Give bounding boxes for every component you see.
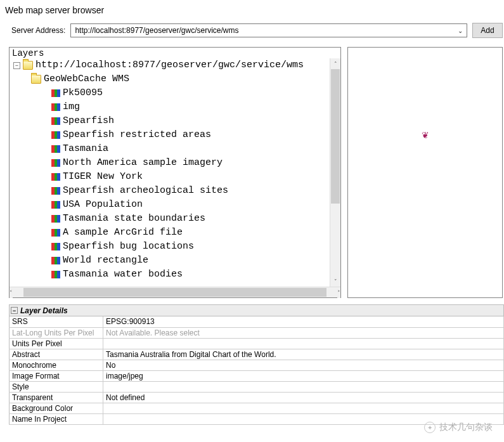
tree-label: http://localhost:8977/geoserver/gwc/serv… [36, 58, 304, 72]
property-row[interactable]: Units Per Pixel [10, 338, 504, 349]
layer-icon [51, 215, 60, 223]
tree-node[interactable]: North America sample imagery [11, 156, 340, 170]
property-key: SRS [10, 316, 103, 327]
properties-table: SRSEPSG:900913Lat-Long Units Per PixelNo… [9, 316, 504, 425]
tree-label: Tasmania state boundaries [63, 212, 205, 226]
layer-details-panel: − Layer Details SRSEPSG:900913Lat-Long U… [9, 304, 504, 425]
scroll-right-icon[interactable]: ˃ [337, 287, 340, 298]
layer-icon [51, 159, 60, 167]
collapse-icon[interactable]: − [11, 307, 18, 314]
tree-label: Pk50095 [63, 86, 103, 100]
layer-icon [51, 173, 60, 181]
tree-label: Tasmania [63, 142, 108, 156]
layer-icon [51, 229, 60, 237]
property-value: EPSG:900913 [103, 316, 504, 327]
tree-node[interactable]: Pk50095 [11, 86, 340, 100]
property-key: Lat-Long Units Per Pixel [10, 327, 103, 338]
tree-node[interactable]: Tasmania water bodies [11, 268, 340, 282]
wechat-icon: ✦ [424, 422, 436, 433]
property-value: Tasmania Australia from Digital Chart of… [103, 349, 504, 360]
tree-node[interactable]: Tasmania [11, 142, 340, 156]
property-row[interactable]: MonochromeNo [10, 360, 504, 370]
folder-icon [23, 61, 33, 70]
property-row[interactable]: Style [10, 381, 504, 392]
property-key: Monochrome [10, 360, 103, 370]
layer-icon [51, 271, 60, 278]
preview-panel: ❦ [347, 47, 503, 298]
layer-details-header[interactable]: − Layer Details [9, 305, 504, 316]
property-key: Abstract [10, 349, 103, 360]
tree-label: Spearfish bug locations [63, 240, 194, 254]
address-combobox[interactable]: http://localhost:8977/geoserver/gwc/serv… [70, 23, 467, 37]
tree-label: North America sample imagery [63, 156, 223, 170]
layer-icon [51, 243, 60, 250]
tree-node[interactable]: World rectangle [11, 254, 340, 268]
property-row[interactable]: Image Formatimage/jpeg [10, 370, 504, 381]
loading-icon: ❦ [422, 130, 429, 140]
layer-icon [51, 131, 60, 139]
tree-label: img [63, 100, 80, 114]
tree-node[interactable]: GeoWebCache WMS [11, 72, 340, 86]
property-row[interactable]: SRSEPSG:900913 [10, 316, 504, 327]
address-label: Server Address: [11, 26, 65, 35]
property-value: Not defined [103, 392, 504, 403]
layer-details-title: Layer Details [20, 306, 68, 315]
scroll-thumb[interactable] [23, 288, 326, 297]
collapse-icon[interactable]: − [13, 62, 20, 69]
tree-node[interactable]: USA Population [11, 198, 340, 212]
scroll-down-icon[interactable]: ˅ [330, 276, 340, 287]
property-value: Not Available. Please select [103, 327, 504, 338]
tree-label: Tasmania water bodies [63, 268, 183, 282]
tree-label: Spearfish restricted areas [63, 128, 211, 142]
tree-node[interactable]: TIGER New York [11, 170, 340, 184]
layers-header: Layers [10, 48, 340, 58]
layer-tree[interactable]: −http://localhost:8977/geoserver/gwc/ser… [10, 58, 340, 284]
tree-node[interactable]: Spearfish archeological sites [11, 184, 340, 198]
tree-node[interactable]: Spearfish restricted areas [11, 128, 340, 142]
property-row[interactable]: Lat-Long Units Per PixelNot Available. P… [10, 327, 504, 338]
property-row[interactable]: Background Color [10, 403, 504, 413]
property-key: Background Color [10, 403, 103, 413]
watermark: ✦ 技术几句杂谈 [424, 422, 493, 433]
property-key: Style [10, 381, 103, 392]
property-key: Image Format [10, 370, 103, 381]
tree-label: World rectangle [63, 254, 148, 268]
horizontal-scrollbar[interactable]: ˂ ˃ [10, 287, 340, 297]
layer-icon [51, 201, 60, 209]
tree-node[interactable]: −http://localhost:8977/geoserver/gwc/ser… [11, 58, 340, 72]
folder-icon [31, 75, 41, 84]
property-row[interactable]: AbstractTasmania Australia from Digital … [10, 349, 504, 360]
chevron-down-icon[interactable]: ⌄ [455, 25, 465, 36]
layer-icon [51, 117, 60, 125]
watermark-text: 技术几句杂谈 [439, 422, 493, 433]
scroll-thumb[interactable] [331, 69, 340, 204]
tree-label: TIGER New York [63, 170, 143, 184]
layer-icon [51, 145, 60, 153]
tree-node[interactable]: Tasmania state boundaries [11, 212, 340, 226]
property-value [103, 403, 504, 413]
tree-label: GeoWebCache WMS [44, 72, 129, 86]
property-value [103, 381, 504, 392]
tree-node[interactable]: Spearfish bug locations [11, 240, 340, 254]
layer-icon [51, 187, 60, 195]
property-row[interactable]: TransparentNot defined [10, 392, 504, 403]
vertical-scrollbar[interactable]: ˄ ˅ [330, 58, 340, 287]
tree-node[interactable]: img [11, 100, 340, 114]
property-key: Transparent [10, 392, 103, 403]
add-button[interactable]: Add [472, 23, 503, 38]
layer-icon [51, 103, 60, 111]
tree-label: USA Population [63, 198, 143, 212]
property-key: Units Per Pixel [10, 338, 103, 349]
tree-node[interactable]: Spearfish [11, 114, 340, 128]
address-bar: Server Address: http://localhost:8977/ge… [0, 23, 504, 47]
tree-label: Spearfish archeological sites [63, 184, 228, 198]
layer-icon [51, 257, 60, 264]
window-title: Web map server browser [0, 0, 504, 23]
property-key: Name In Project [10, 413, 103, 424]
property-value: No [103, 360, 504, 370]
tree-node[interactable]: A sample ArcGrid file [11, 226, 340, 240]
layer-icon [51, 89, 60, 97]
layers-panel: Layers −http://localhost:8977/geoserver/… [9, 47, 341, 298]
property-value: image/jpeg [103, 370, 504, 381]
scroll-up-icon[interactable]: ˄ [330, 58, 340, 69]
